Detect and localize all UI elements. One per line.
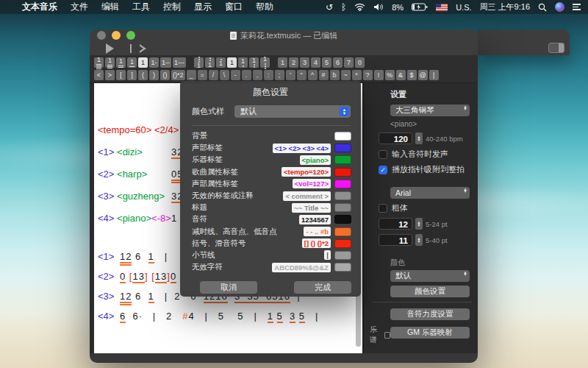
color-swatch-well[interactable] xyxy=(334,180,351,188)
menu-item-5[interactable]: 控制 xyxy=(163,1,181,13)
symbol-key[interactable]: ; xyxy=(275,70,284,80)
symbol-key[interactable]: [ xyxy=(116,70,126,80)
digit-key-5[interactable]: 5 xyxy=(322,57,331,68)
menu-item-6[interactable]: 显示 xyxy=(194,1,212,13)
octave-key[interactable]: 1 xyxy=(260,57,270,68)
battery-icon[interactable] xyxy=(412,3,428,11)
symbol-key[interactable]: ^ xyxy=(308,70,318,80)
score-checkbox[interactable] xyxy=(384,332,390,339)
symbol-key[interactable]: " xyxy=(297,70,306,80)
symbol-key[interactable]: , xyxy=(253,70,262,80)
sound-on-input-checkbox[interactable] xyxy=(379,150,387,159)
input-flag-icon[interactable] xyxy=(436,4,448,11)
duration-key[interactable]: 1- xyxy=(149,57,159,68)
digit-key-6[interactable]: 6 xyxy=(333,57,343,68)
menu-item-2[interactable]: 文件 xyxy=(71,1,88,13)
color-swatch-well[interactable] xyxy=(334,215,351,224)
gm-mapping-button[interactable]: GM 乐器映射 xyxy=(390,327,470,339)
octave-key[interactable]: 1 xyxy=(227,57,237,68)
menu-item-1[interactable]: 文本音乐 xyxy=(22,1,57,13)
font-size-stepper[interactable]: ▲▼ xyxy=(415,218,423,230)
play-button[interactable] xyxy=(106,43,114,54)
color-swatch-well[interactable] xyxy=(334,263,351,272)
digit-key-1[interactable]: 1 xyxy=(278,57,287,68)
symbol-key[interactable]: ? xyxy=(363,70,373,80)
duration-key[interactable]: 1-- xyxy=(160,57,171,68)
minimize-button[interactable] xyxy=(112,31,121,40)
tempo-field[interactable] xyxy=(379,132,412,144)
duration-key[interactable]: 1 xyxy=(105,57,115,68)
mark-size-field[interactable] xyxy=(379,234,412,246)
octave-key[interactable]: 1 xyxy=(249,57,259,68)
symbol-key[interactable]: # xyxy=(319,70,329,80)
menu-item-7[interactable]: 窗口 xyxy=(225,1,243,13)
color-swatch-well[interactable] xyxy=(334,191,351,200)
symbol-key[interactable]: ] xyxy=(127,70,137,80)
symbol-key[interactable]: ' xyxy=(286,70,295,80)
symbol-key[interactable]: $ xyxy=(407,70,417,80)
duration-key[interactable]: 1 xyxy=(116,57,126,68)
bold-row[interactable]: 粗体 xyxy=(379,202,472,213)
symbol-key[interactable]: b xyxy=(330,70,340,80)
symbol-key[interactable]: @ xyxy=(418,70,428,80)
color-swatch-well[interactable] xyxy=(334,155,351,164)
snap-to-beat-row[interactable]: ✓ 播放指针吸附到整拍 xyxy=(379,164,472,175)
symbol-key[interactable]: ) xyxy=(149,70,159,80)
time-machine-icon[interactable]: ↺ xyxy=(326,2,333,13)
duration-key[interactable]: 1 xyxy=(127,57,137,68)
digit-key-3[interactable]: 3 xyxy=(300,57,309,68)
cancel-button[interactable]: 取消 xyxy=(200,281,257,294)
digit-key-7[interactable]: 7 xyxy=(344,57,354,68)
color-style-popup[interactable]: 默认 ▲▼ xyxy=(390,270,470,282)
spotlight-icon[interactable] xyxy=(538,3,547,12)
close-button[interactable] xyxy=(97,31,106,40)
color-swatch-well[interactable] xyxy=(334,239,351,248)
symbol-key[interactable]: : xyxy=(264,70,273,80)
sound-on-input-row[interactable]: 输入音符时发声 xyxy=(379,149,472,160)
bluetooth-icon[interactable]: ᛒ xyxy=(341,2,346,13)
symbol-key[interactable]: & xyxy=(396,70,406,80)
symbol-key[interactable]: = xyxy=(198,70,207,80)
color-style-dialog-popup[interactable]: 默认 ▲▼ xyxy=(234,105,351,118)
duration-key[interactable]: 1 xyxy=(94,57,104,68)
play-from-cursor-button[interactable] xyxy=(130,44,140,53)
zoom-button[interactable] xyxy=(126,31,135,40)
color-swatch-well[interactable] xyxy=(334,227,351,236)
octave-key[interactable]: 1 xyxy=(238,57,248,68)
done-button[interactable]: 完成 xyxy=(294,281,351,294)
symbol-key[interactable]: % xyxy=(385,70,395,80)
sidebar-toggle-button[interactable] xyxy=(548,43,564,53)
volume-icon[interactable] xyxy=(373,3,384,11)
font-popup[interactable]: Arial ▲▼ xyxy=(390,187,470,199)
octave-key[interactable]: 1 xyxy=(216,57,226,68)
wifi-icon[interactable] xyxy=(354,3,365,11)
digit-key-2[interactable]: 2 xyxy=(289,57,298,68)
digit-key-0[interactable]: 0 xyxy=(355,57,365,68)
symbol-key[interactable]: () xyxy=(160,70,170,80)
menu-item-4[interactable]: 工具 xyxy=(132,1,150,13)
symbol-key[interactable]: _ xyxy=(187,70,196,80)
duration-key[interactable]: 1--- xyxy=(173,57,186,68)
symbol-key[interactable]: ~ xyxy=(341,70,351,80)
octave-key[interactable]: 1 xyxy=(194,57,204,68)
symbol-key[interactable]: - xyxy=(231,70,240,80)
symbol-key[interactable]: . xyxy=(242,70,251,80)
input-source-label[interactable]: U.S. xyxy=(456,3,471,12)
bold-checkbox[interactable] xyxy=(379,204,387,213)
color-swatch-well[interactable] xyxy=(334,168,351,177)
color-swatch-well[interactable] xyxy=(334,132,351,141)
digit-key-4[interactable]: 4 xyxy=(311,57,320,68)
symbol-key[interactable]: \ xyxy=(220,70,229,80)
notification-center-icon[interactable] xyxy=(573,4,581,10)
mark-size-stepper[interactable]: ▲▼ xyxy=(415,234,423,246)
instrument-popup[interactable]: 大三角钢琴 ▲▼ xyxy=(390,105,470,116)
symbol-key[interactable]: / xyxy=(209,70,218,80)
snap-to-beat-checkbox[interactable]: ✓ xyxy=(379,166,387,174)
menu-item-8[interactable]: 帮助 xyxy=(256,1,273,13)
octave-key[interactable]: 1 xyxy=(205,57,215,68)
symbol-key[interactable]: > xyxy=(105,70,115,80)
symbol-key[interactable]: | xyxy=(429,70,439,80)
menu-item-3[interactable]: 编辑 xyxy=(101,1,119,13)
symbol-key[interactable]: ! xyxy=(374,70,384,80)
color-swatch-well[interactable] xyxy=(334,251,351,260)
